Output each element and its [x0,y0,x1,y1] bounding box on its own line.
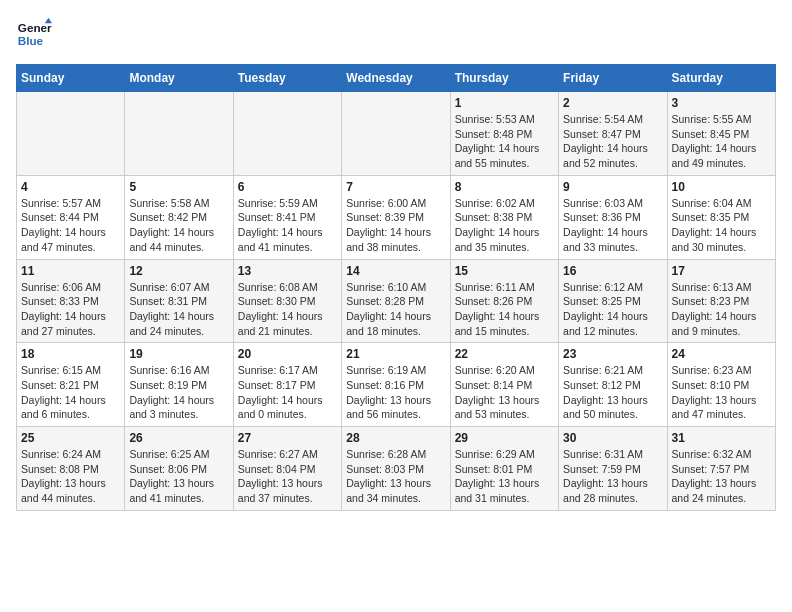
svg-text:Blue: Blue [18,34,44,47]
day-number: 25 [21,431,120,445]
day-info: Sunrise: 6:11 AM Sunset: 8:26 PM Dayligh… [455,280,554,339]
calendar-cell: 26Sunrise: 6:25 AM Sunset: 8:06 PM Dayli… [125,427,233,511]
calendar-cell: 16Sunrise: 6:12 AM Sunset: 8:25 PM Dayli… [559,259,667,343]
calendar-cell: 19Sunrise: 6:16 AM Sunset: 8:19 PM Dayli… [125,343,233,427]
day-info: Sunrise: 6:10 AM Sunset: 8:28 PM Dayligh… [346,280,445,339]
calendar-cell: 22Sunrise: 6:20 AM Sunset: 8:14 PM Dayli… [450,343,558,427]
day-info: Sunrise: 6:16 AM Sunset: 8:19 PM Dayligh… [129,363,228,422]
calendar-cell: 27Sunrise: 6:27 AM Sunset: 8:04 PM Dayli… [233,427,341,511]
day-number: 3 [672,96,771,110]
day-number: 17 [672,264,771,278]
calendar-cell: 13Sunrise: 6:08 AM Sunset: 8:30 PM Dayli… [233,259,341,343]
day-info: Sunrise: 6:20 AM Sunset: 8:14 PM Dayligh… [455,363,554,422]
day-number: 4 [21,180,120,194]
page-header: General Blue [16,16,776,52]
weekday-header: Saturday [667,65,775,92]
day-info: Sunrise: 5:57 AM Sunset: 8:44 PM Dayligh… [21,196,120,255]
day-number: 27 [238,431,337,445]
calendar-table: SundayMondayTuesdayWednesdayThursdayFrid… [16,64,776,511]
calendar-cell: 29Sunrise: 6:29 AM Sunset: 8:01 PM Dayli… [450,427,558,511]
calendar-cell: 15Sunrise: 6:11 AM Sunset: 8:26 PM Dayli… [450,259,558,343]
day-number: 10 [672,180,771,194]
calendar-header: SundayMondayTuesdayWednesdayThursdayFrid… [17,65,776,92]
day-info: Sunrise: 6:07 AM Sunset: 8:31 PM Dayligh… [129,280,228,339]
day-number: 15 [455,264,554,278]
day-info: Sunrise: 6:04 AM Sunset: 8:35 PM Dayligh… [672,196,771,255]
day-number: 28 [346,431,445,445]
day-info: Sunrise: 5:59 AM Sunset: 8:41 PM Dayligh… [238,196,337,255]
logo: General Blue [16,16,56,52]
day-info: Sunrise: 6:17 AM Sunset: 8:17 PM Dayligh… [238,363,337,422]
calendar-cell: 10Sunrise: 6:04 AM Sunset: 8:35 PM Dayli… [667,175,775,259]
day-info: Sunrise: 6:03 AM Sunset: 8:36 PM Dayligh… [563,196,662,255]
calendar-cell: 6Sunrise: 5:59 AM Sunset: 8:41 PM Daylig… [233,175,341,259]
day-number: 9 [563,180,662,194]
weekday-header: Friday [559,65,667,92]
calendar-cell: 12Sunrise: 6:07 AM Sunset: 8:31 PM Dayli… [125,259,233,343]
calendar-cell: 11Sunrise: 6:06 AM Sunset: 8:33 PM Dayli… [17,259,125,343]
calendar-cell: 1Sunrise: 5:53 AM Sunset: 8:48 PM Daylig… [450,92,558,176]
day-number: 7 [346,180,445,194]
day-number: 8 [455,180,554,194]
calendar-cell: 20Sunrise: 6:17 AM Sunset: 8:17 PM Dayli… [233,343,341,427]
calendar-cell: 17Sunrise: 6:13 AM Sunset: 8:23 PM Dayli… [667,259,775,343]
calendar-cell: 21Sunrise: 6:19 AM Sunset: 8:16 PM Dayli… [342,343,450,427]
calendar-cell [17,92,125,176]
day-info: Sunrise: 6:27 AM Sunset: 8:04 PM Dayligh… [238,447,337,506]
day-info: Sunrise: 5:54 AM Sunset: 8:47 PM Dayligh… [563,112,662,171]
weekday-header: Thursday [450,65,558,92]
day-number: 24 [672,347,771,361]
day-number: 2 [563,96,662,110]
day-number: 16 [563,264,662,278]
calendar-cell [233,92,341,176]
weekday-header: Monday [125,65,233,92]
day-number: 12 [129,264,228,278]
day-number: 23 [563,347,662,361]
day-info: Sunrise: 6:00 AM Sunset: 8:39 PM Dayligh… [346,196,445,255]
calendar-cell [125,92,233,176]
weekday-header: Sunday [17,65,125,92]
day-number: 6 [238,180,337,194]
calendar-cell: 2Sunrise: 5:54 AM Sunset: 8:47 PM Daylig… [559,92,667,176]
calendar-cell: 3Sunrise: 5:55 AM Sunset: 8:45 PM Daylig… [667,92,775,176]
day-number: 20 [238,347,337,361]
day-info: Sunrise: 5:55 AM Sunset: 8:45 PM Dayligh… [672,112,771,171]
day-info: Sunrise: 5:53 AM Sunset: 8:48 PM Dayligh… [455,112,554,171]
day-number: 19 [129,347,228,361]
day-number: 31 [672,431,771,445]
calendar-cell: 28Sunrise: 6:28 AM Sunset: 8:03 PM Dayli… [342,427,450,511]
calendar-cell: 7Sunrise: 6:00 AM Sunset: 8:39 PM Daylig… [342,175,450,259]
day-info: Sunrise: 6:12 AM Sunset: 8:25 PM Dayligh… [563,280,662,339]
day-number: 26 [129,431,228,445]
day-number: 22 [455,347,554,361]
calendar-cell: 8Sunrise: 6:02 AM Sunset: 8:38 PM Daylig… [450,175,558,259]
day-info: Sunrise: 6:24 AM Sunset: 8:08 PM Dayligh… [21,447,120,506]
calendar-cell: 23Sunrise: 6:21 AM Sunset: 8:12 PM Dayli… [559,343,667,427]
day-number: 30 [563,431,662,445]
day-info: Sunrise: 5:58 AM Sunset: 8:42 PM Dayligh… [129,196,228,255]
day-info: Sunrise: 6:02 AM Sunset: 8:38 PM Dayligh… [455,196,554,255]
calendar-cell: 25Sunrise: 6:24 AM Sunset: 8:08 PM Dayli… [17,427,125,511]
calendar-cell: 31Sunrise: 6:32 AM Sunset: 7:57 PM Dayli… [667,427,775,511]
day-info: Sunrise: 6:08 AM Sunset: 8:30 PM Dayligh… [238,280,337,339]
day-info: Sunrise: 6:19 AM Sunset: 8:16 PM Dayligh… [346,363,445,422]
day-info: Sunrise: 6:15 AM Sunset: 8:21 PM Dayligh… [21,363,120,422]
day-info: Sunrise: 6:25 AM Sunset: 8:06 PM Dayligh… [129,447,228,506]
day-info: Sunrise: 6:23 AM Sunset: 8:10 PM Dayligh… [672,363,771,422]
logo-icon: General Blue [16,16,52,52]
day-number: 1 [455,96,554,110]
calendar-cell: 9Sunrise: 6:03 AM Sunset: 8:36 PM Daylig… [559,175,667,259]
calendar-cell: 18Sunrise: 6:15 AM Sunset: 8:21 PM Dayli… [17,343,125,427]
day-number: 18 [21,347,120,361]
day-info: Sunrise: 6:06 AM Sunset: 8:33 PM Dayligh… [21,280,120,339]
day-number: 29 [455,431,554,445]
calendar-cell: 5Sunrise: 5:58 AM Sunset: 8:42 PM Daylig… [125,175,233,259]
day-number: 13 [238,264,337,278]
calendar-cell: 14Sunrise: 6:10 AM Sunset: 8:28 PM Dayli… [342,259,450,343]
calendar-cell: 30Sunrise: 6:31 AM Sunset: 7:59 PM Dayli… [559,427,667,511]
day-info: Sunrise: 6:29 AM Sunset: 8:01 PM Dayligh… [455,447,554,506]
day-info: Sunrise: 6:13 AM Sunset: 8:23 PM Dayligh… [672,280,771,339]
day-info: Sunrise: 6:32 AM Sunset: 7:57 PM Dayligh… [672,447,771,506]
day-number: 11 [21,264,120,278]
weekday-header: Wednesday [342,65,450,92]
